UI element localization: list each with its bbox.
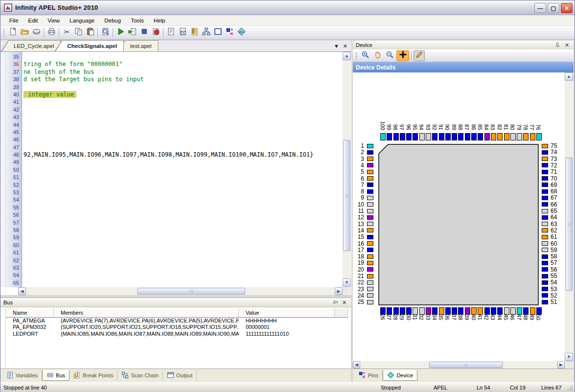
pin-6[interactable] [367, 176, 373, 181]
tab-list-dropdown-button[interactable]: ▼ [334, 43, 339, 49]
menu-view[interactable]: View [43, 16, 65, 25]
menu-tools[interactable]: Tools [126, 16, 149, 25]
pause-button[interactable] [138, 27, 150, 38]
column-header-name[interactable]: Name [6, 308, 54, 317]
pin-8[interactable] [367, 189, 373, 194]
pin-50[interactable] [536, 307, 542, 315]
pin-44[interactable] [497, 307, 503, 315]
pin-80[interactable] [510, 133, 516, 140]
pin-82[interactable] [497, 133, 503, 140]
new-button[interactable] [7, 27, 19, 38]
pin-57[interactable] [542, 261, 548, 265]
new-window-button[interactable] [212, 27, 224, 38]
pin-91[interactable] [439, 133, 444, 140]
toolbar-grip[interactable] [355, 51, 358, 60]
menu-help[interactable]: Help [149, 16, 170, 25]
pin-22[interactable] [367, 280, 373, 285]
pin-31[interactable] [413, 307, 418, 315]
dock-tab-break-points[interactable]: Break Points [69, 370, 117, 381]
pin-42[interactable] [484, 307, 490, 315]
pin-84[interactable] [484, 133, 490, 140]
scroll-right-arrow[interactable]: ▶ [335, 287, 343, 295]
stop-button[interactable] [150, 27, 161, 38]
maximize-button[interactable]: ▢ [548, 3, 559, 13]
pin-83[interactable] [491, 133, 496, 140]
pin-53[interactable] [542, 287, 548, 291]
toolbar-grip[interactable] [3, 28, 5, 37]
pin-panel-icon[interactable] [331, 299, 339, 306]
pin-25[interactable] [367, 300, 373, 304]
pin-60[interactable] [542, 241, 548, 246]
open-button[interactable] [19, 27, 30, 38]
pin-95[interactable] [413, 133, 418, 140]
pin-17[interactable] [367, 248, 373, 252]
close-button[interactable]: ✕ [561, 3, 573, 13]
pin-62[interactable] [542, 228, 548, 232]
scroll-right-arrow[interactable]: ▶ [557, 361, 565, 369]
scroll-down-arrow[interactable]: ▼ [343, 278, 351, 287]
pin-77[interactable] [530, 133, 535, 140]
editor-horizontal-scrollbar[interactable]: ◀ ▶ [18, 287, 343, 295]
bus-table[interactable]: NameMembersValuePA_ATMEGA{AVRDEVICE.PA(7… [5, 308, 348, 368]
pin-32[interactable] [419, 307, 425, 315]
pin-38[interactable] [458, 307, 463, 315]
properties-button[interactable] [188, 27, 200, 38]
pin-79[interactable] [517, 133, 522, 140]
tab-checksignals-apel[interactable]: CheckSignals.apel [54, 40, 124, 51]
scroll-up-arrow[interactable]: ▲ [565, 72, 573, 81]
pin-4[interactable] [367, 163, 373, 167]
scrollbar-thumb[interactable] [565, 158, 573, 291]
pin-16[interactable] [367, 241, 373, 246]
table-row[interactable]: PA_ATMEGA{AVRDEVICE.PA(7),AVRDEVICE.PA(6… [6, 318, 348, 324]
pin-65[interactable] [542, 209, 548, 213]
close-panel-icon[interactable]: ✕ [341, 299, 348, 306]
find-button[interactable] [99, 27, 111, 38]
table-row[interactable]: PA_EPM3032{SUPPORT.IO20,SUPPORT.IO21,SUP… [6, 324, 348, 330]
pins-view-button[interactable] [224, 27, 235, 38]
pin-94[interactable] [419, 133, 425, 140]
crosshair-button[interactable] [396, 50, 409, 61]
pin-66[interactable] [542, 202, 548, 207]
zoom-in-button[interactable] [360, 50, 371, 61]
pin-43[interactable] [491, 307, 496, 315]
code-editor[interactable]: 3536373839404142434445464748495051525354… [0, 52, 351, 295]
pin-23[interactable] [367, 287, 373, 291]
pin-96[interactable] [406, 133, 412, 140]
pin-41[interactable] [478, 307, 483, 315]
pin-39[interactable] [465, 307, 470, 315]
pin-78[interactable] [523, 133, 529, 140]
step-button[interactable] [126, 27, 138, 38]
pin-20[interactable] [367, 267, 373, 272]
pin-3[interactable] [367, 157, 373, 161]
pin-14[interactable] [367, 228, 373, 232]
minimize-button[interactable]: — [534, 3, 546, 13]
pin-33[interactable] [426, 307, 431, 315]
dock-tab-variables[interactable]: Variables [2, 370, 42, 381]
print-button[interactable] [46, 27, 57, 38]
spell-check-button[interactable]: abc [235, 27, 247, 38]
pin-75[interactable] [542, 144, 548, 148]
scroll-up-arrow[interactable]: ▲ [343, 52, 351, 60]
device-pin-diagram[interactable]: 1009998979695949392919089888786858483828… [353, 72, 565, 361]
save-button[interactable] [30, 27, 42, 38]
pan-button[interactable] [372, 50, 383, 61]
pin-28[interactable] [393, 307, 399, 315]
scroll-down-arrow[interactable]: ▼ [565, 353, 573, 361]
pin-74[interactable] [542, 150, 548, 155]
pin-89[interactable] [452, 133, 457, 140]
menu-file[interactable]: File [4, 16, 23, 25]
mail-button[interactable] [177, 27, 188, 38]
scroll-left-arrow[interactable]: ◀ [18, 287, 26, 295]
pin-30[interactable] [406, 307, 412, 315]
pin-12[interactable] [367, 215, 373, 220]
scrollbar-thumb[interactable] [429, 362, 503, 368]
hierarchy-button[interactable] [200, 27, 212, 38]
pin-51[interactable] [542, 300, 548, 304]
pin-67[interactable] [542, 196, 548, 200]
pin-34[interactable] [432, 307, 437, 315]
dock-tab-output[interactable]: Output [163, 370, 197, 381]
pin-27[interactable] [387, 307, 392, 315]
pin-81[interactable] [504, 133, 509, 140]
run-button[interactable] [115, 27, 126, 38]
pin-98[interactable] [393, 133, 399, 140]
